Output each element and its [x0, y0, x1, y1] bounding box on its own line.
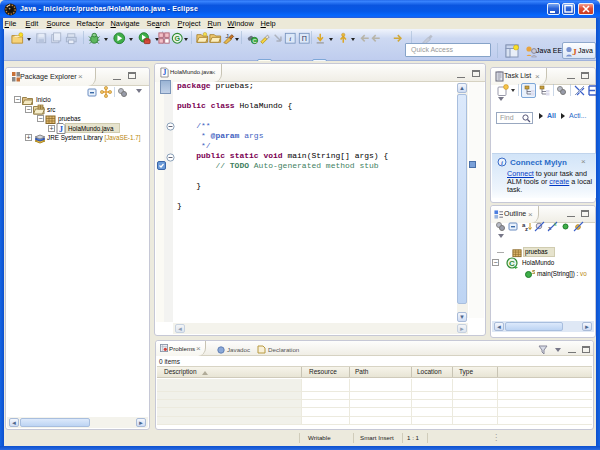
svg-text:J: J [163, 69, 167, 77]
svg-text:z: z [525, 226, 528, 232]
svg-text:i: i [501, 159, 503, 167]
svg-text:J: J [226, 32, 229, 39]
svg-text:i: i [289, 35, 291, 43]
svg-text:G: G [174, 35, 180, 43]
svg-text:C: C [509, 259, 515, 268]
svg-text:C: C [252, 38, 256, 44]
svg-text:J: J [572, 47, 577, 57]
svg-text:J: J [59, 125, 63, 134]
svg-text:S: S [532, 269, 535, 275]
svg-text:Π: Π [302, 35, 307, 43]
